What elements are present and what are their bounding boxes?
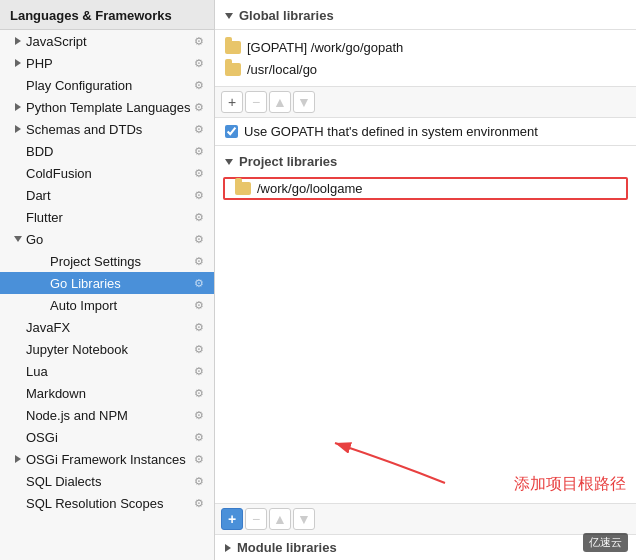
project-libs-list: /work/go/loolgame — [215, 171, 636, 423]
main-panel: Global libraries [GOPATH] /work/go/gopat… — [215, 0, 636, 560]
sidebar-item-php[interactable]: PHP ⚙ — [0, 52, 214, 74]
sidebar-item-label: JavaFX — [26, 320, 70, 335]
sidebar-item-label: PHP — [26, 56, 53, 71]
sidebar: Languages & Frameworks JavaScript ⚙ PHP … — [0, 0, 215, 560]
expand-icon — [12, 57, 24, 69]
add-project-lib-button[interactable]: + — [221, 508, 243, 530]
gear-icon: ⚙ — [192, 188, 206, 202]
sidebar-item-coldfusion[interactable]: ColdFusion ⚙ — [0, 162, 214, 184]
sidebar-item-auto-import[interactable]: Auto Import ⚙ — [0, 294, 214, 316]
annotation-area: 添加项目根路径 — [215, 423, 636, 503]
gear-icon: ⚙ — [192, 496, 206, 510]
sidebar-item-python-template[interactable]: Python Template Languages ⚙ — [0, 96, 214, 118]
sidebar-item-javascript[interactable]: JavaScript ⚙ — [0, 30, 214, 52]
sidebar-item-flutter[interactable]: Flutter ⚙ — [0, 206, 214, 228]
expand-icon — [12, 409, 24, 421]
expand-icon — [225, 544, 231, 552]
lib-item-label: /usr/local/go — [247, 62, 317, 77]
global-libs-toolbar: + − ▲ ▼ — [215, 87, 636, 118]
remove-project-lib-button[interactable]: − — [245, 508, 267, 530]
sidebar-item-label: Project Settings — [50, 254, 141, 269]
move-up-global-lib-button[interactable]: ▲ — [269, 91, 291, 113]
project-libs-title: Project libraries — [239, 154, 337, 169]
expand-icon — [12, 189, 24, 201]
lib-item-label: [GOPATH] /work/go/gopath — [247, 40, 403, 55]
sidebar-item-play-configuration[interactable]: Play Configuration ⚙ — [0, 74, 214, 96]
sidebar-item-sql-dialects[interactable]: SQL Dialects ⚙ — [0, 470, 214, 492]
move-up-project-lib-button[interactable]: ▲ — [269, 508, 291, 530]
sidebar-item-schemas[interactable]: Schemas and DTDs ⚙ — [0, 118, 214, 140]
module-libs-title: Module libraries — [237, 540, 337, 555]
gear-icon: ⚙ — [192, 232, 206, 246]
expand-icon — [12, 321, 24, 333]
collapse-icon — [225, 159, 233, 165]
sidebar-item-markdown[interactable]: Markdown ⚙ — [0, 382, 214, 404]
sidebar-item-label: Go — [26, 232, 43, 247]
global-libs-title: Global libraries — [239, 8, 334, 23]
gear-icon: ⚙ — [192, 364, 206, 378]
sidebar-item-lua[interactable]: Lua ⚙ — [0, 360, 214, 382]
expand-icon — [12, 211, 24, 223]
sidebar-item-label: Markdown — [26, 386, 86, 401]
lib-item-label: /work/go/loolgame — [257, 181, 363, 196]
sidebar-item-project-settings[interactable]: Project Settings ⚙ — [0, 250, 214, 272]
expand-icon — [12, 101, 24, 113]
sidebar-item-osgi[interactable]: OSGi ⚙ — [0, 426, 214, 448]
sidebar-item-sql-resolution[interactable]: SQL Resolution Scopes ⚙ — [0, 492, 214, 514]
expand-icon — [36, 255, 48, 267]
sidebar-item-label: ColdFusion — [26, 166, 92, 181]
move-down-global-lib-button[interactable]: ▼ — [293, 91, 315, 113]
expand-icon — [12, 343, 24, 355]
gear-icon: ⚙ — [192, 100, 206, 114]
lib-item-gopath[interactable]: [GOPATH] /work/go/gopath — [215, 36, 636, 58]
watermark: 亿速云 — [583, 533, 628, 552]
sidebar-item-label: Flutter — [26, 210, 63, 225]
sidebar-item-label: Node.js and NPM — [26, 408, 128, 423]
gear-icon: ⚙ — [192, 430, 206, 444]
sidebar-item-label: Jupyter Notebook — [26, 342, 128, 357]
remove-global-lib-button[interactable]: − — [245, 91, 267, 113]
sidebar-item-osgi-framework[interactable]: OSGi Framework Instances ⚙ — [0, 448, 214, 470]
project-libs-toolbar: + − ▲ ▼ — [215, 503, 636, 534]
sidebar-item-label: SQL Resolution Scopes — [26, 496, 164, 511]
gear-icon: ⚙ — [192, 166, 206, 180]
sidebar-item-javafx[interactable]: JavaFX ⚙ — [0, 316, 214, 338]
global-libs-header: Global libraries — [215, 0, 636, 30]
gopath-checkbox-label[interactable]: Use GOPATH that's defined in system envi… — [244, 124, 538, 139]
sidebar-item-label: BDD — [26, 144, 53, 159]
gear-icon: ⚙ — [192, 78, 206, 92]
sidebar-item-nodejs[interactable]: Node.js and NPM ⚙ — [0, 404, 214, 426]
sidebar-item-bdd[interactable]: BDD ⚙ — [0, 140, 214, 162]
sidebar-item-label: Auto Import — [50, 298, 117, 313]
lib-item-loolgame[interactable]: /work/go/loolgame — [223, 177, 628, 200]
sidebar-item-go-libraries[interactable]: Go Libraries ⚙ — [0, 272, 214, 294]
gear-icon: ⚙ — [192, 320, 206, 334]
folder-icon — [225, 41, 241, 54]
expand-icon — [12, 145, 24, 157]
expand-icon — [36, 299, 48, 311]
sidebar-item-label: Play Configuration — [26, 78, 132, 93]
global-libs-list: [GOPATH] /work/go/gopath /usr/local/go — [215, 30, 636, 87]
annotation-text: 添加项目根路径 — [514, 474, 626, 495]
sidebar-item-jupyter[interactable]: Jupyter Notebook ⚙ — [0, 338, 214, 360]
gear-icon: ⚙ — [192, 122, 206, 136]
gear-icon: ⚙ — [192, 34, 206, 48]
module-libs-header[interactable]: Module libraries — [215, 535, 636, 560]
expand-icon — [12, 35, 24, 47]
project-libs-section: /work/go/loolgame 添加项目根路径 — [215, 171, 636, 503]
sidebar-item-label: Python Template Languages — [26, 100, 191, 115]
add-global-lib-button[interactable]: + — [221, 91, 243, 113]
sidebar-item-label: JavaScript — [26, 34, 87, 49]
gear-icon: ⚙ — [192, 452, 206, 466]
sidebar-item-label: OSGi — [26, 430, 58, 445]
move-down-project-lib-button[interactable]: ▼ — [293, 508, 315, 530]
gear-icon: ⚙ — [192, 144, 206, 158]
gear-icon: ⚙ — [192, 342, 206, 356]
sidebar-item-label: Lua — [26, 364, 48, 379]
gopath-checkbox[interactable] — [225, 125, 238, 138]
sidebar-item-go[interactable]: Go ⚙ — [0, 228, 214, 250]
lib-item-local-go[interactable]: /usr/local/go — [215, 58, 636, 80]
sidebar-item-dart[interactable]: Dart ⚙ — [0, 184, 214, 206]
gear-icon: ⚙ — [192, 408, 206, 422]
gear-icon: ⚙ — [192, 474, 206, 488]
